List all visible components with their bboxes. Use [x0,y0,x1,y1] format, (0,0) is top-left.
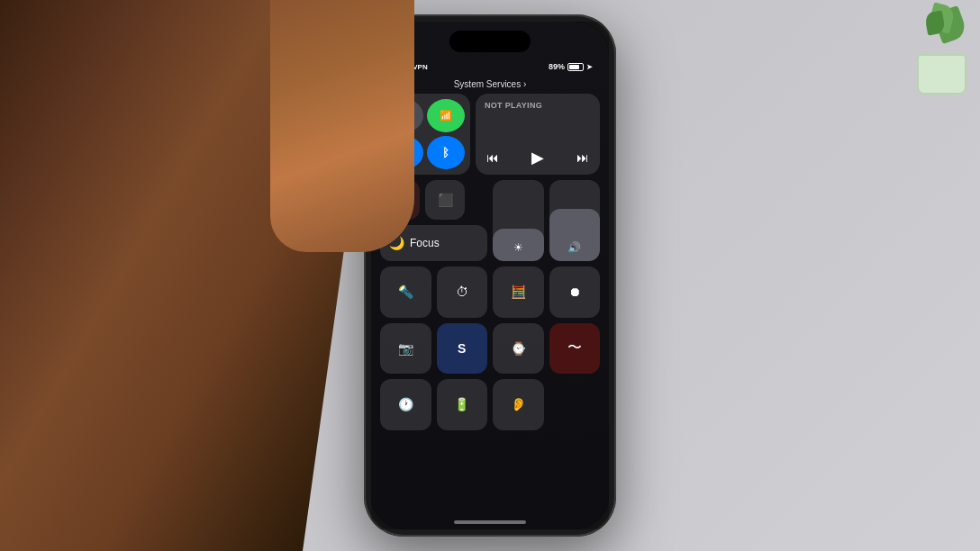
flashlight-icon: 🔦 [398,285,413,299]
soundhound-button[interactable]: 〜 [549,323,601,375]
sliders-area: ☀ 🔊 [493,180,600,261]
calculator-button[interactable]: 🧮 [493,266,544,318]
volume-icon: 🔊 [567,241,581,254]
dynamic-island [449,31,531,52]
watchface-icon: ⌚ [511,341,526,356]
grid-row-2: 📷 S ⌚ 〜 [380,323,600,375]
clock-button[interactable]: 🕐 [380,379,431,430]
brightness-slider[interactable]: ☀ [493,180,544,261]
battery-icon [567,63,584,71]
screen-record-button[interactable]: ⏺ [549,266,601,318]
focus-label: Focus [410,237,440,249]
shazam-icon: S [458,341,466,356]
now-playing-title: Not Playing [485,101,591,110]
record-icon: ⏺ [568,285,581,299]
home-indicator[interactable] [454,520,526,524]
brightness-icon: ☀ [513,241,523,254]
camera-icon: 📷 [398,341,413,356]
clock-icon: 🕐 [398,397,413,411]
bluetooth-button[interactable]: ᛒ [427,136,465,169]
camera-button[interactable]: 📷 [380,323,431,375]
now-playing-widget[interactable]: Not Playing ⏮ ▶ ⏭ [476,94,600,175]
accessibility-icon: 👂 [511,397,526,411]
soundhound-icon: 〜 [567,339,582,357]
battery-widget-button[interactable]: 🔋 [437,379,488,430]
watchface-button[interactable]: ⌚ [493,323,544,375]
timer-icon: ⏱ [456,285,468,299]
prev-button[interactable]: ⏮ [486,150,499,165]
shazam-button[interactable]: S [437,323,488,375]
cellular-button[interactable]: 📶 [427,99,465,132]
plant-decoration [890,5,971,95]
flashlight-button[interactable]: 🔦 [380,266,431,318]
mirror-icon: ⬛ [438,193,453,207]
bluetooth-icon: ᛒ [442,146,449,159]
calculator-icon: 🧮 [511,285,526,299]
next-button[interactable]: ⏭ [576,150,589,165]
now-playing-controls: ⏮ ▶ ⏭ [485,148,591,167]
cellular-icon: 📶 [440,110,452,122]
status-right: 89% ➤ [549,62,593,71]
finger-overlay [270,0,414,252]
battery-percent: 89% [549,62,565,71]
screen-mirror-button[interactable]: ⬛ [425,180,465,220]
play-button[interactable]: ▶ [531,148,544,167]
grid-row-3: 🕐 🔋 👂 [380,379,600,430]
battery-widget-icon: 🔋 [454,397,469,411]
accessibility-button[interactable]: 👂 [493,379,544,430]
grid-row-1: 🔦 ⏱ 🧮 ⏺ [380,266,600,318]
volume-slider[interactable]: 🔊 [549,180,601,261]
timer-button[interactable]: ⏱ [437,266,488,318]
